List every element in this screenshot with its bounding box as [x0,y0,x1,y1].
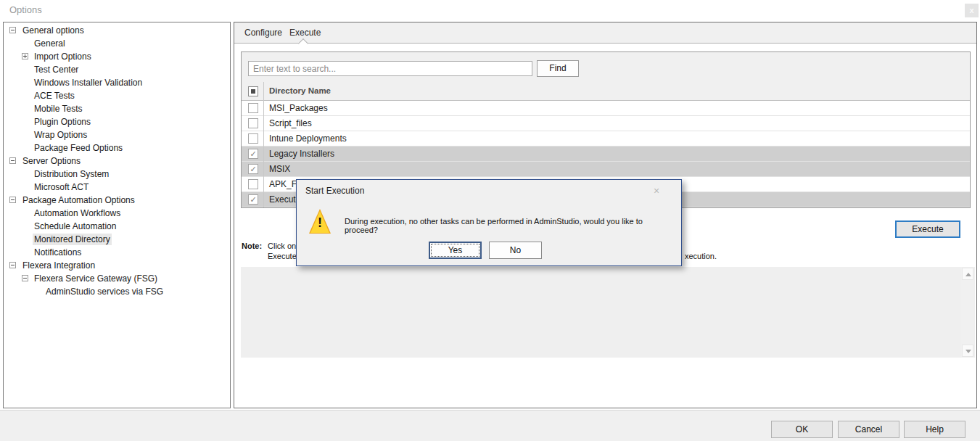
collapse-icon[interactable] [9,157,16,164]
directory-name: MSIX [269,164,290,174]
options-tree: General optionsGeneralImport OptionsTest… [3,22,231,408]
vertical-scrollbar[interactable] [961,267,974,358]
tree-item-label: ACE Tests [33,90,76,102]
tree-item[interactable]: Flexera Service Gateway (FSG) [4,272,230,285]
tree-item[interactable]: Notifications [4,246,230,259]
tree-item[interactable]: General [4,37,230,50]
tree-item-label: Test Center [33,64,80,75]
tree-item[interactable]: Microsoft ACT [4,181,230,194]
yes-button[interactable]: Yes [429,242,482,259]
tree-item-label: Flexera Service Gateway (FSG) [33,273,159,284]
tree-item[interactable]: Wrap Options [4,128,230,141]
dialog-close-icon[interactable]: × [649,184,664,197]
checkbox-checked[interactable]: ✓ [248,194,258,205]
execute-button[interactable]: Execute [895,220,960,238]
tree-item-label: AdminStudio services via FSG [44,286,165,297]
tree-item[interactable]: Package Feed Options [4,141,230,154]
table-row[interactable]: Intune Deployments [242,131,970,147]
column-header-directory-name: Directory Name [269,86,331,95]
tree-item-label: Automation Workflows [33,207,122,219]
search-row: Find [242,52,970,82]
directory-name: Intune Deployments [269,133,347,144]
tree-item[interactable]: ACE Tests [4,89,230,102]
expand-icon[interactable] [22,53,28,59]
note-label: Note: [242,242,262,250]
tree-item-label: Plugin Options [33,116,92,128]
tab-configure[interactable]: Configure [242,22,285,43]
tree-item[interactable]: Server Options [4,154,230,168]
tree-item-label: Notifications [33,247,83,258]
warning-icon: ! [309,209,331,234]
cancel-button[interactable]: Cancel [838,421,899,438]
tree-item[interactable]: Flexera Integration [4,259,230,272]
tree-item-label: Microsoft ACT [33,181,90,193]
tree-item[interactable]: Package Automation Options [4,194,230,207]
collapse-icon[interactable] [22,275,28,281]
table-row[interactable]: Script_files [242,116,970,131]
arrow-down-icon [965,350,971,353]
tree-item-label: Windows Installer Validation [33,77,144,88]
help-button[interactable]: Help [904,421,965,438]
note-line1: Click on [268,242,296,250]
scroll-up-button[interactable] [962,268,973,280]
column-separator [263,82,264,207]
tree-item-label: Mobile Tests [33,103,83,115]
grid-header: Directory Name [242,82,970,101]
table-row[interactable]: MSI_Packages [242,101,970,116]
tree-item[interactable]: Monitored Directory [4,233,230,246]
checkbox-checked[interactable]: ✓ [248,164,258,174]
table-row[interactable]: ✓Legacy Installers [242,147,970,162]
checkbox-unchecked[interactable] [248,103,258,113]
window-close-icon[interactable]: x [965,4,979,17]
dialog-title: Start Execution [305,186,364,196]
checkbox-unchecked[interactable] [248,133,258,144]
tree-item[interactable]: AdminStudio services via FSG [4,285,230,298]
tree-item-label: Import Options [33,51,93,62]
collapse-icon[interactable] [9,262,16,268]
find-button[interactable]: Find [537,60,579,77]
footer-bar: OK Cancel Help [0,410,980,441]
tree-item[interactable]: Import Options [4,50,230,63]
tree-item[interactable]: Mobile Tests [4,102,230,115]
tab-bar: Configure Execute [234,22,976,44]
directory-name: Legacy Installers [269,149,334,159]
ok-button[interactable]: OK [771,421,833,438]
directory-name: MSI_Packages [269,103,328,113]
tree-item[interactable]: General options [4,24,230,37]
tree-item[interactable]: Automation Workflows [4,207,230,220]
output-area [241,267,975,358]
search-input[interactable] [248,61,532,76]
directory-name: Script_files [269,118,312,128]
tree-item[interactable]: Test Center [4,63,230,76]
tree-item-label: Package Feed Options [33,142,124,154]
checkbox-unchecked[interactable] [248,179,258,189]
tree-item[interactable]: Distribution System [4,168,230,181]
tree-item-label: Schedule Automation [33,220,118,232]
dialog-message: During execution, no other tasks can be … [345,217,671,234]
tree-item-label: Package Automation Options [21,194,136,206]
tree-item[interactable]: Windows Installer Validation [4,76,230,89]
scroll-down-button[interactable] [962,345,973,357]
tree-item-label: General options [21,25,86,36]
no-button[interactable]: No [489,242,542,259]
arrow-up-icon [965,273,971,276]
tree-item[interactable]: Schedule Automation [4,220,230,233]
collapse-icon[interactable] [9,197,16,203]
note-line2-tail: xecution. [685,252,717,260]
tree-item-label: General [33,38,67,49]
start-execution-dialog: Start Execution × ! During execution, no… [296,179,682,266]
tree-item-label: Wrap Options [33,129,88,141]
tree-item-label: Monitored Directory [33,234,112,245]
note-line2: Execute [268,252,297,260]
tree-item-label: Server Options [21,155,82,167]
checkbox-checked[interactable]: ✓ [248,149,258,159]
collapse-icon[interactable] [9,27,16,33]
tree-item[interactable]: Plugin Options [4,115,230,128]
table-row[interactable]: ✓MSIX [242,162,970,177]
checkbox-unchecked[interactable] [248,118,258,128]
window-title: Options [9,4,42,15]
tree-item-label: Flexera Integration [21,260,96,271]
options-window: Options x General optionsGeneralImport O… [0,0,980,441]
select-all-checkbox[interactable] [248,86,258,96]
tree-item-label: Distribution System [33,168,110,180]
